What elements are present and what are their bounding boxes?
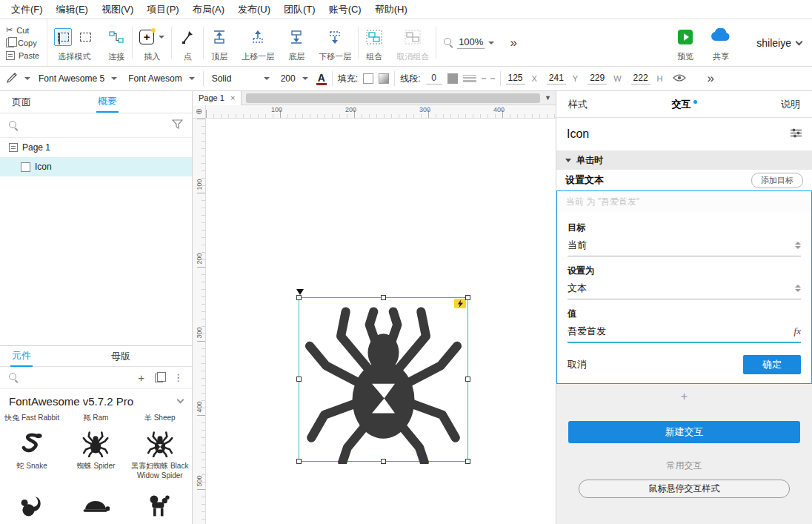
- visibility-eye-icon[interactable]: [673, 73, 686, 84]
- confirm-button[interactable]: 确定: [743, 355, 801, 374]
- resize-handle-br[interactable]: [465, 459, 470, 464]
- font-color-button[interactable]: A: [316, 73, 327, 85]
- menu-help[interactable]: 帮助(H): [368, 1, 414, 19]
- hover-style-button[interactable]: 鼠标悬停交互样式: [579, 480, 790, 498]
- line-style-icon[interactable]: [463, 75, 476, 82]
- cut-button[interactable]: ✂Cut: [6, 24, 39, 36]
- widget-black-widow-spider[interactable]: 黑寡妇蜘蛛 Black Widow Spider: [128, 426, 192, 489]
- black-widow-spider-graphic[interactable]: [302, 300, 465, 464]
- x-field[interactable]: 125: [506, 73, 525, 84]
- resize-handle-bl[interactable]: [296, 459, 302, 464]
- resize-handle-t[interactable]: [381, 295, 386, 300]
- point-tool-icon[interactable]: [179, 28, 196, 46]
- paste-button[interactable]: Paste: [6, 49, 39, 62]
- widget-caption[interactable]: 羝 Ram: [64, 413, 127, 426]
- menu-view[interactable]: 视图(V): [95, 1, 140, 19]
- widget-squirrel[interactable]: [0, 489, 64, 524]
- resize-handle-tr[interactable]: [465, 295, 470, 300]
- menu-account[interactable]: 账号(C): [322, 1, 368, 19]
- close-icon[interactable]: ×: [230, 93, 235, 102]
- fx-icon[interactable]: fx: [794, 325, 801, 337]
- stepper-icon[interactable]: [795, 242, 801, 249]
- account-menu[interactable]: shileiye: [756, 37, 802, 49]
- menu-edit[interactable]: 编辑(E): [50, 1, 95, 19]
- widget-snake[interactable]: 蛇 Snake: [0, 426, 64, 489]
- icon-set-dropdown[interactable]: Font Awesome 5: [36, 72, 120, 85]
- action-name[interactable]: 设置文本: [565, 173, 604, 187]
- insert-caret-icon[interactable]: [159, 36, 164, 39]
- cancel-button[interactable]: 取消: [568, 358, 587, 371]
- target-select[interactable]: 当前: [568, 236, 801, 256]
- tab-interaction[interactable]: 交互: [672, 98, 697, 111]
- selected-widget-icon[interactable]: [299, 297, 468, 462]
- widget-spider[interactable]: 蜘蛛 Spider: [64, 426, 127, 489]
- tab-style[interactable]: 样式: [568, 98, 588, 111]
- search-icon[interactable]: [9, 121, 19, 130]
- value-input[interactable]: 吾爱首发 fx: [568, 322, 801, 343]
- resize-handle-tl[interactable]: [296, 295, 302, 300]
- zoom-caret-icon[interactable]: [488, 42, 494, 44]
- tab-list-caret-icon[interactable]: ▼: [545, 94, 551, 102]
- intersect-select-icon[interactable]: [54, 28, 72, 46]
- move-up-icon[interactable]: [249, 28, 267, 46]
- tab-pages[interactable]: 页面: [10, 91, 33, 113]
- h-field[interactable]: 222: [631, 73, 650, 84]
- widget-name-field[interactable]: Icon: [567, 127, 589, 141]
- dash-style-icon[interactable]: [482, 78, 495, 79]
- font-style-dropdown[interactable]: Solid: [209, 72, 273, 85]
- menu-file[interactable]: 文件(F): [4, 1, 50, 19]
- y-field[interactable]: 241: [547, 73, 566, 84]
- widget-turtle[interactable]: [64, 489, 127, 524]
- ungroup-icon[interactable]: [404, 28, 422, 46]
- widget-caption[interactable]: 羊 Sheep: [128, 413, 192, 426]
- fill-color-swatch[interactable]: [363, 73, 373, 84]
- bottom-layer-icon[interactable]: [287, 28, 305, 46]
- w-field[interactable]: 229: [588, 73, 607, 84]
- widget-caption[interactable]: 快兔 Fast Rabbit: [0, 413, 64, 426]
- tab-strip-scrollbar[interactable]: [246, 93, 540, 103]
- zoom-level[interactable]: 100%: [457, 36, 485, 49]
- filter-funnel-icon[interactable]: [172, 119, 183, 131]
- line-color-swatch[interactable]: [447, 73, 458, 84]
- add-action-button[interactable]: +: [556, 384, 812, 403]
- widget-search-icon[interactable]: [9, 373, 19, 382]
- set-to-select[interactable]: 文本: [568, 279, 801, 299]
- group-icon[interactable]: [365, 28, 383, 46]
- tree-item-icon[interactable]: Icon: [0, 157, 192, 176]
- menu-publish[interactable]: 发布(U): [231, 1, 277, 19]
- tune-sliders-icon[interactable]: [791, 128, 802, 140]
- tab-masters[interactable]: 母版: [110, 346, 132, 367]
- tab-notes[interactable]: 说明: [781, 98, 800, 111]
- duplicate-icon[interactable]: [155, 374, 163, 382]
- insert-icon[interactable]: +: [139, 30, 154, 44]
- resize-handle-b[interactable]: [381, 459, 386, 464]
- page-tab[interactable]: Page 1 ×: [193, 91, 242, 105]
- tab-outline[interactable]: 概要: [96, 91, 119, 113]
- resize-handle-r[interactable]: [465, 377, 470, 382]
- library-selector[interactable]: FontAwesome v5.7.2 Pro: [0, 389, 192, 413]
- font-size-dropdown[interactable]: 200: [278, 72, 311, 85]
- line-width-field[interactable]: 0: [426, 73, 442, 84]
- format-overflow-icon[interactable]: »: [708, 71, 714, 86]
- move-down-icon[interactable]: [326, 28, 344, 46]
- copy-button[interactable]: Copy: [6, 36, 39, 49]
- resize-handle-l[interactable]: [296, 377, 302, 382]
- font-dropdown[interactable]: Font Awesom: [125, 72, 197, 85]
- menu-layout[interactable]: 布局(A): [186, 1, 231, 19]
- menu-team[interactable]: 团队(T): [277, 1, 322, 19]
- contain-select-icon[interactable]: [76, 28, 94, 46]
- more-options-icon[interactable]: ⋮: [173, 372, 183, 383]
- add-target-button[interactable]: 添加目标: [751, 173, 803, 188]
- style-tool-icon[interactable]: [6, 72, 19, 86]
- fill-gradient-swatch[interactable]: [379, 73, 389, 84]
- share-cloud-icon[interactable]: [710, 28, 732, 45]
- design-canvas[interactable]: [206, 119, 556, 524]
- style-tool-caret-icon[interactable]: [24, 77, 30, 80]
- new-interaction-button[interactable]: 新建交互: [568, 421, 800, 443]
- event-section-header[interactable]: 单击时: [556, 150, 812, 170]
- preview-icon[interactable]: [678, 30, 693, 44]
- top-layer-icon[interactable]: [210, 28, 228, 46]
- tab-widgets[interactable]: 元件: [10, 346, 33, 367]
- connect-icon[interactable]: [107, 28, 125, 46]
- menu-project[interactable]: 项目(P): [140, 1, 185, 19]
